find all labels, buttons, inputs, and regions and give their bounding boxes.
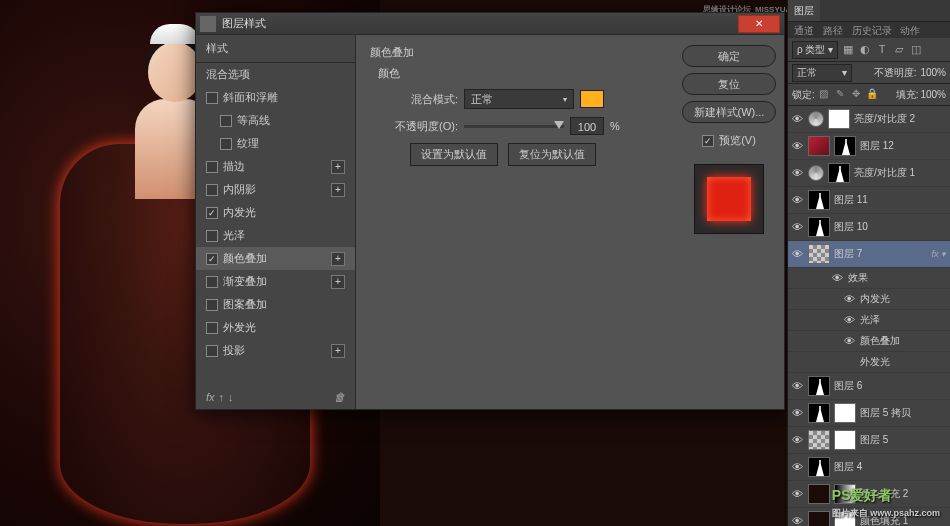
layer-thumbnail[interactable] (808, 484, 830, 504)
filter-text-icon[interactable]: T (875, 43, 889, 57)
layer-thumbnail[interactable] (808, 190, 830, 210)
add-style-icon[interactable]: + (331, 183, 345, 197)
move-up-icon[interactable]: ↑ (219, 391, 225, 403)
visibility-eye-icon[interactable]: 👁 (792, 434, 804, 446)
style-checkbox[interactable] (206, 253, 218, 265)
effect-row[interactable]: 👁光泽 (788, 310, 950, 331)
trash-icon[interactable]: 🗑 (334, 391, 345, 403)
layer-thumbnail[interactable] (808, 136, 830, 156)
effects-header-row[interactable]: 👁效果 (788, 268, 950, 289)
style-row[interactable]: 等高线 (196, 109, 355, 132)
filter-shape-icon[interactable]: ▱ (892, 43, 906, 57)
style-checkbox[interactable] (206, 345, 218, 357)
add-style-icon[interactable]: + (331, 344, 345, 358)
reset-default-button[interactable]: 复位为默认值 (508, 143, 596, 166)
style-row[interactable]: 渐变叠加+ (196, 270, 355, 293)
style-checkbox[interactable] (220, 115, 232, 127)
visibility-eye-icon[interactable]: 👁 (792, 488, 804, 500)
layer-name[interactable]: 图层 4 (834, 460, 946, 474)
style-row[interactable]: 光泽 (196, 224, 355, 247)
style-row[interactable]: 内阴影+ (196, 178, 355, 201)
panel-opacity-value[interactable]: 100% (920, 67, 946, 78)
slider-thumb-icon[interactable] (554, 121, 564, 129)
tab-channels[interactable]: 通道 (794, 25, 814, 36)
opacity-input[interactable]: 100 (570, 117, 604, 135)
layer-thumbnail[interactable] (808, 511, 830, 526)
layer-row[interactable]: 👁图层 12 (788, 133, 950, 160)
layer-thumbnail[interactable] (808, 244, 830, 264)
style-checkbox[interactable] (206, 276, 218, 288)
visibility-eye-icon[interactable]: 👁 (792, 407, 804, 419)
style-checkbox[interactable] (206, 299, 218, 311)
style-row[interactable]: 纹理 (196, 132, 355, 155)
visibility-eye-icon[interactable]: 👁 (792, 194, 804, 206)
tab-history[interactable]: 历史记录 (852, 25, 892, 36)
layer-row[interactable]: 👁图层 10 (788, 214, 950, 241)
lock-all-icon[interactable]: 🔒 (865, 88, 879, 102)
fill-value[interactable]: 100% (920, 89, 946, 100)
effect-row[interactable]: 外发光 (788, 352, 950, 373)
reset-button[interactable]: 复位 (682, 73, 776, 95)
visibility-eye-icon[interactable]: 👁 (792, 167, 804, 179)
filter-adjust-icon[interactable]: ◐ (858, 43, 872, 57)
visibility-eye-icon[interactable]: 👁 (792, 221, 804, 233)
style-checkbox[interactable] (206, 230, 218, 242)
layer-name[interactable]: 图层 10 (834, 220, 946, 234)
style-row[interactable]: 投影+ (196, 339, 355, 362)
tab-actions[interactable]: 动作 (900, 25, 920, 36)
layer-name[interactable]: 图层 11 (834, 193, 946, 207)
opacity-slider[interactable] (464, 125, 564, 128)
layer-name[interactable]: 图层 5 (860, 433, 946, 447)
layer-name[interactable]: 亮度/对比度 1 (854, 166, 946, 180)
layer-row[interactable]: 👁亮度/对比度 2 (788, 106, 950, 133)
style-checkbox[interactable] (206, 161, 218, 173)
fx-menu-icon[interactable]: fx (206, 391, 215, 403)
style-checkbox[interactable] (206, 322, 218, 334)
visibility-eye-icon[interactable]: 👁 (844, 314, 856, 326)
overlay-color-swatch[interactable] (580, 90, 604, 108)
layer-mask-thumbnail[interactable] (834, 403, 856, 423)
dialog-titlebar[interactable]: 图层样式 ✕ (196, 13, 784, 35)
set-default-button[interactable]: 设置为默认值 (410, 143, 498, 166)
layer-mask-thumbnail[interactable] (834, 136, 856, 156)
layer-mask-thumbnail[interactable] (828, 109, 850, 129)
style-row[interactable]: 内发光 (196, 201, 355, 224)
layer-row[interactable]: 👁图层 5 拷贝 (788, 400, 950, 427)
layer-name[interactable]: 图层 7 (834, 247, 927, 261)
layer-name[interactable]: 亮度/对比度 2 (854, 112, 946, 126)
visibility-eye-icon[interactable]: 👁 (792, 515, 804, 526)
layer-name[interactable]: 图层 6 (834, 379, 946, 393)
style-checkbox[interactable] (206, 92, 218, 104)
style-checkbox[interactable] (220, 138, 232, 150)
layer-row[interactable]: 👁图层 5 (788, 427, 950, 454)
visibility-eye-icon[interactable] (844, 356, 856, 368)
layer-blend-dropdown[interactable]: 正常▾ (792, 64, 852, 82)
layer-thumbnail[interactable] (808, 403, 830, 423)
layer-thumbnail[interactable] (808, 457, 830, 477)
add-style-icon[interactable]: + (331, 252, 345, 266)
add-style-icon[interactable]: + (331, 275, 345, 289)
visibility-eye-icon[interactable]: 👁 (792, 461, 804, 473)
preview-checkbox[interactable] (702, 135, 714, 147)
fx-badge[interactable]: fx ▾ (931, 249, 946, 259)
lock-pixels-icon[interactable]: ✎ (833, 88, 847, 102)
lock-transparent-icon[interactable]: ▨ (817, 88, 831, 102)
filter-pixel-icon[interactable]: ▦ (841, 43, 855, 57)
styles-header[interactable]: 样式 (196, 35, 355, 63)
effect-row[interactable]: 👁内发光 (788, 289, 950, 310)
style-row[interactable]: 外发光 (196, 316, 355, 339)
ok-button[interactable]: 确定 (682, 45, 776, 67)
filter-smart-icon[interactable]: ◫ (909, 43, 923, 57)
visibility-eye-icon[interactable]: 👁 (792, 140, 804, 152)
layer-row[interactable]: 👁图层 7fx ▾ (788, 241, 950, 268)
preview-checkbox-row[interactable]: 预览(V) (702, 133, 756, 148)
layer-row[interactable]: 👁图层 6 (788, 373, 950, 400)
visibility-eye-icon[interactable]: 👁 (832, 272, 844, 284)
close-button[interactable]: ✕ (738, 15, 780, 33)
layer-row[interactable]: 👁图层 11 (788, 187, 950, 214)
layer-thumbnail[interactable] (808, 430, 830, 450)
layer-mask-thumbnail[interactable] (828, 163, 850, 183)
filter-kind-dropdown[interactable]: ρ类型▾ (792, 41, 838, 59)
layer-row[interactable]: 👁亮度/对比度 1 (788, 160, 950, 187)
visibility-eye-icon[interactable]: 👁 (844, 293, 856, 305)
